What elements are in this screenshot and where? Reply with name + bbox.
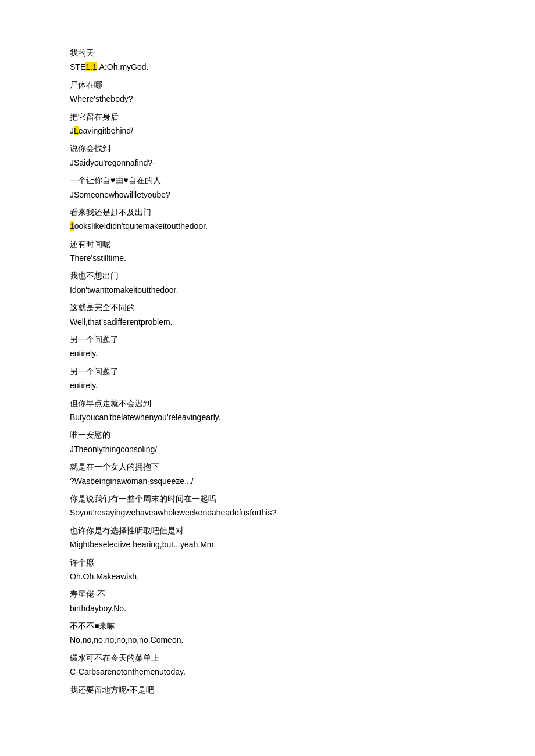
subtitle-block-27: 就是在一个女人的拥抱下: [70, 460, 465, 473]
chinese-text: 我的天: [70, 46, 465, 59]
subtitle-block-23: 但你早点走就不会迟到: [70, 397, 465, 410]
english-text: entirely.: [70, 347, 465, 360]
subtitle-block-10: JSomeonewhowillletyoube?: [70, 188, 465, 201]
chinese-text: 另一个问题了: [70, 333, 465, 346]
subtitle-block-26: JTheonlythingconsoling/: [70, 443, 465, 456]
chinese-text: 另一个问题了: [70, 365, 465, 378]
subtitle-block-4: Where'sthebody?: [70, 92, 465, 105]
english-text: STE1.1.A:Oh,myGod.: [70, 60, 465, 73]
chinese-text: 说你会找到: [70, 142, 465, 155]
subtitle-block-7: 说你会找到: [70, 142, 465, 155]
english-text: JSomeonewhowillletyoube?: [70, 188, 465, 201]
chinese-text: 这就是完全不同的: [70, 301, 465, 314]
subtitle-block-28: ?Wasbeinginawoman·ssqueeze.../: [70, 475, 465, 488]
subtitle-block-32: Mightbeselective hearing,but...yeah.Mm.: [70, 538, 465, 551]
highlight-1: 1: [70, 221, 74, 231]
subtitle-block-9: 一个让你自♥由♥自在的人: [70, 174, 465, 187]
chinese-text: 尸体在哪: [70, 78, 465, 91]
english-text: Where'sthebody?: [70, 92, 465, 105]
subtitle-block-14: There'sstilltime.: [70, 252, 465, 264]
subtitle-block-22: entirely.: [70, 379, 465, 392]
subtitle-block-15: 我也不想出门: [70, 269, 465, 282]
chinese-text: 我还要留地方呢•不是吧: [70, 683, 465, 696]
subtitle-block-17: 这就是完全不同的: [70, 301, 465, 314]
subtitle-block-34: Oh.Oh.Makeawish,: [70, 570, 465, 583]
chinese-text: 不不不■来嘛: [70, 619, 465, 632]
english-text: JSaidyou'regonnafind?-: [70, 156, 465, 169]
subtitle-block-13: 还有时间呢: [70, 238, 465, 250]
subtitle-block-35: 寿星佬-不: [70, 587, 465, 600]
english-text: entirely.: [70, 379, 465, 392]
english-text: Well,that'sadifferentproblem.: [70, 316, 465, 328]
subtitle-block-19: 另一个问题了: [70, 333, 465, 346]
chinese-text: 看来我还是赶不及出门: [70, 206, 465, 218]
subtitle-block-2: STE1.1.A:Oh,myGod.: [70, 60, 465, 73]
subtitle-block-21: 另一个问题了: [70, 365, 465, 378]
subtitle-block-39: 碳水可不在今天的菜单上: [70, 651, 465, 664]
chinese-text: 也许你是有选择性听取吧但是对: [70, 524, 465, 537]
subtitle-block-33: 许个愿: [70, 556, 465, 569]
subtitle-block-11: 看来我还是赶不及出门: [70, 206, 465, 218]
chinese-text: 你是说我们有一整个周末的时间在一起吗: [70, 492, 465, 505]
english-text: birthdayboy.No.: [70, 602, 465, 615]
subtitle-block-16: Idon'twanttomakeitoutthedoor.: [70, 284, 465, 296]
english-text: C-Carbsarenotonthemenutoday.: [70, 665, 465, 678]
subtitle-block-41: 我还要留地方呢•不是吧: [70, 683, 465, 696]
chinese-text: 一个让你自♥由♥自在的人: [70, 174, 465, 187]
subtitle-block-25: 唯一安慰的: [70, 428, 465, 441]
subtitle-block-36: birthdayboy.No.: [70, 602, 465, 615]
highlight-1-1: 1.1: [85, 62, 97, 71]
english-text: Mightbeselective hearing,but...yeah.Mm.: [70, 538, 465, 551]
english-text: Soyou'resayingwehaveawholeweekendaheadof…: [70, 506, 465, 519]
subtitle-block-1: 我的天: [70, 46, 465, 59]
subtitle-block-40: C-Carbsarenotonthemenutoday.: [70, 665, 465, 678]
chinese-text: 就是在一个女人的拥抱下: [70, 460, 465, 473]
chinese-text: 还有时间呢: [70, 238, 465, 250]
english-text: There'sstilltime.: [70, 252, 465, 264]
english-text: JLeavingitbehind/: [70, 124, 465, 137]
chinese-text: 但你早点走就不会迟到: [70, 397, 465, 410]
chinese-text: 寿星佬-不: [70, 587, 465, 600]
chinese-text: 碳水可不在今天的菜单上: [70, 651, 465, 664]
subtitle-block-3: 尸体在哪: [70, 78, 465, 91]
chinese-text: 许个愿: [70, 556, 465, 569]
subtitle-block-12: 1ookslikeIdidn'tquitemakeitoutthedoor.: [70, 220, 465, 232]
chinese-text: 把它留在身后: [70, 110, 465, 123]
subtitle-block-8: JSaidyou'regonnafind?-: [70, 156, 465, 169]
subtitle-block-31: 也许你是有选择性听取吧但是对: [70, 524, 465, 537]
english-text: Oh.Oh.Makeawish,: [70, 570, 465, 583]
english-text: Butyoucan'tbelatewhenyou'releavingearly.: [70, 411, 465, 424]
english-text: Idon'twanttomakeitoutthedoor.: [70, 284, 465, 296]
english-text: No,no,no,no,no,no,no.Comeon.: [70, 633, 465, 646]
subtitle-container: 我的天 STE1.1.A:Oh,myGod. 尸体在哪 Where'sthebo…: [70, 46, 465, 696]
subtitle-block-38: No,no,no,no,no,no,no.Comeon.: [70, 633, 465, 646]
subtitle-block-29: 你是说我们有一整个周末的时间在一起吗: [70, 492, 465, 505]
subtitle-block-5: 把它留在身后: [70, 110, 465, 123]
subtitle-block-37: 不不不■来嘛: [70, 619, 465, 632]
subtitle-block-30: Soyou'resayingwehaveawholeweekendaheadof…: [70, 506, 465, 519]
english-text: ?Wasbeinginawoman·ssqueeze.../: [70, 475, 465, 488]
english-text: JTheonlythingconsoling/: [70, 443, 465, 456]
chinese-text: 唯一安慰的: [70, 428, 465, 441]
subtitle-block-18: Well,that'sadifferentproblem.: [70, 316, 465, 328]
english-text: 1ookslikeIdidn'tquitemakeitoutthedoor.: [70, 220, 465, 232]
subtitle-block-20: entirely.: [70, 347, 465, 360]
chinese-text: 我也不想出门: [70, 269, 465, 282]
subtitle-block-24: Butyoucan'tbelatewhenyou'releavingearly.: [70, 411, 465, 424]
subtitle-block-6: JLeavingitbehind/: [70, 124, 465, 137]
highlight-l: L: [74, 126, 79, 135]
